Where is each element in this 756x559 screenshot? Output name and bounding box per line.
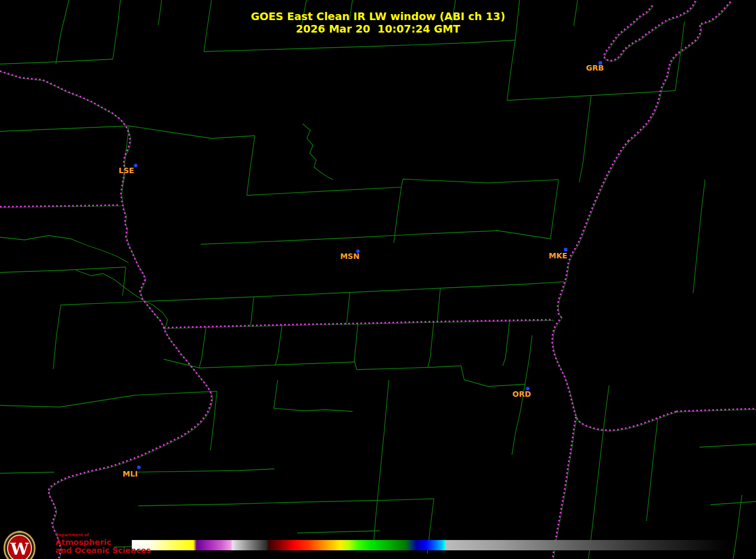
county-boundary-line bbox=[700, 444, 756, 447]
county-boundary-line bbox=[204, 40, 515, 52]
county-boundary-line bbox=[588, 385, 609, 559]
county-boundary-line bbox=[247, 179, 559, 195]
county-boundary-line bbox=[646, 418, 658, 521]
county-boundary-line bbox=[354, 323, 358, 362]
county-boundary-line bbox=[579, 96, 591, 182]
uw-aos-logo: W Department of Atmospheric and Oceanic … bbox=[3, 530, 151, 559]
crest-letter: W bbox=[10, 539, 29, 558]
county-boundary-line bbox=[76, 270, 168, 327]
county-boundary-line bbox=[550, 180, 559, 239]
uw-aos-logo-text: Department of Atmospheric and Oceanic Sc… bbox=[55, 533, 151, 555]
image-title: GOES East Clean IR LW window (ABI ch 13)… bbox=[0, 10, 756, 35]
county-boundary-line bbox=[201, 238, 351, 244]
satellite-image-viewer: GOES East Clean IR LW window (ABI ch 13)… bbox=[0, 0, 756, 559]
station-label-mli: MLI bbox=[123, 469, 138, 478]
county-boundary-line bbox=[351, 231, 550, 239]
state-border-line bbox=[553, 417, 576, 559]
county-boundary-line bbox=[428, 321, 434, 367]
county-boundary-line bbox=[0, 391, 217, 407]
image-timestamp: 2026 Mar 20 10:07:24 GMT bbox=[0, 23, 756, 35]
county-boundary-line bbox=[303, 124, 333, 180]
county-boundary-line bbox=[123, 267, 126, 296]
county-boundary-line bbox=[275, 325, 282, 366]
county-boundary-line bbox=[274, 380, 278, 408]
station-label-grb: GRB bbox=[586, 63, 604, 72]
county-boundary-line bbox=[394, 187, 401, 243]
logo-name-line2: and Oceanic Sciences bbox=[55, 547, 151, 555]
county-boundary-line bbox=[251, 297, 254, 326]
state-border-line bbox=[552, 141, 676, 430]
county-boundary-line bbox=[503, 320, 510, 366]
county-boundary-line bbox=[710, 501, 756, 505]
county-boundary-line bbox=[525, 335, 532, 384]
station-marker-lse bbox=[134, 164, 137, 167]
station-label-msn: MSN bbox=[340, 252, 360, 261]
county-boundary-line bbox=[347, 293, 350, 325]
county-boundary-line bbox=[693, 180, 705, 293]
county-boundary-line bbox=[461, 366, 525, 386]
temperature-colorbar bbox=[132, 540, 729, 550]
border-underlay-line bbox=[553, 142, 677, 431]
map-canvas bbox=[0, 0, 756, 559]
county-boundary-line bbox=[273, 408, 353, 411]
state-border-line bbox=[164, 320, 553, 328]
station-marker-mli bbox=[137, 466, 140, 469]
border-underlay-line bbox=[165, 321, 554, 329]
logo-name-line1: Atmospheric bbox=[55, 538, 151, 547]
county-boundary-line bbox=[61, 282, 564, 305]
station-label-mke: MKE bbox=[549, 251, 567, 260]
county-boundary-line bbox=[53, 305, 61, 369]
county-boundary-line bbox=[138, 499, 434, 506]
station-label-lse: LSE bbox=[119, 166, 134, 175]
county-boundary-line bbox=[199, 327, 206, 368]
logo-dept-line: Department of bbox=[55, 533, 151, 537]
uw-crest-icon: W bbox=[3, 531, 43, 559]
county-boundary-line bbox=[129, 126, 255, 138]
county-boundary-line bbox=[437, 288, 440, 322]
county-boundary-line bbox=[733, 495, 742, 559]
county-boundary-line bbox=[0, 236, 129, 263]
image-title-line1: GOES East Clean IR LW window (ABI ch 13) bbox=[0, 10, 756, 23]
county-boundary-line bbox=[507, 40, 515, 100]
county-boundary-line bbox=[247, 136, 255, 195]
county-boundary-line bbox=[136, 469, 274, 472]
county-boundary-line bbox=[164, 359, 461, 370]
county-boundary-line bbox=[373, 380, 389, 548]
county-boundary-line bbox=[297, 531, 380, 533]
border-underlay-line bbox=[1, 72, 213, 559]
county-boundary-line bbox=[0, 267, 126, 272]
station-label-ord: ORD bbox=[512, 390, 531, 398]
county-boundary-line bbox=[0, 126, 129, 131]
county-boundary-line bbox=[0, 472, 54, 473]
state-border-line bbox=[0, 71, 212, 559]
